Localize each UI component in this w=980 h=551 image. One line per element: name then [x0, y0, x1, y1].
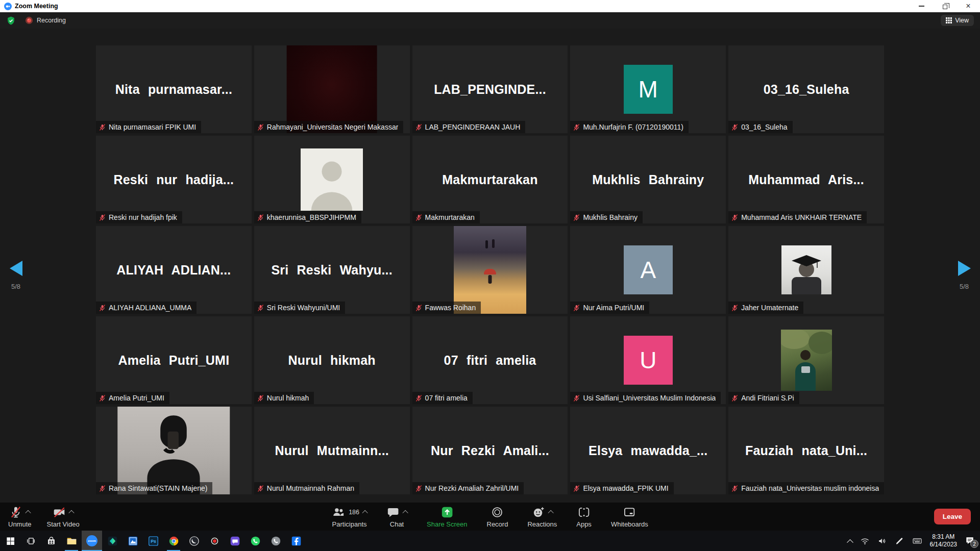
participant-tile[interactable]: Nur Rezki Amali... Nur Rezki Amaliah Zah…	[412, 407, 568, 494]
apps-button[interactable]: Apps	[576, 505, 592, 528]
wifi-icon[interactable]	[860, 536, 870, 546]
touch-keyboard-icon[interactable]	[912, 536, 922, 546]
participant-tile[interactable]: Nurul Mutmainn... Nurul Mutmainnah Rahma…	[254, 407, 410, 494]
participant-name-text: Elsya mawadda_FPIK UMI	[583, 484, 668, 492]
pen-icon[interactable]	[895, 536, 904, 546]
chat-app-icon	[230, 536, 240, 546]
grid-view-icon	[946, 17, 952, 23]
facebook-icon[interactable]	[286, 531, 306, 551]
reactions-options-chevron[interactable]	[548, 510, 553, 516]
windows-logo-icon	[6, 536, 15, 546]
restore-button[interactable]	[933, 0, 957, 12]
close-button[interactable]: ×	[957, 0, 980, 12]
participant-tile[interactable]: Fawwas Roihan	[412, 226, 568, 314]
video-options-chevron[interactable]	[68, 510, 74, 516]
chat-options-chevron[interactable]	[402, 510, 408, 516]
participant-tile[interactable]: 03_16_Suleha 03_16_Suleha	[728, 45, 884, 133]
participant-tile[interactable]: LAB_PENGINDE... LAB_PENGINDERAAN JAUH	[412, 45, 568, 133]
participant-display-name: 03_16_Suleha	[728, 45, 884, 133]
avatar-initial: M	[639, 76, 658, 103]
leave-button[interactable]: Leave	[934, 509, 971, 524]
participant-tile[interactable]: Reski nur hadija... Reski nur hadijah fp…	[96, 136, 252, 223]
phone-app-icon[interactable]	[265, 531, 286, 551]
scanner-app-icon[interactable]	[122, 531, 143, 551]
participant-tile[interactable]: Andi Fitriani S.Pi	[728, 316, 884, 404]
reactions-button[interactable]: Reactions	[527, 505, 557, 528]
participant-tile[interactable]: ALIYAH ADLIAN... ALIYAH ADLIANA_UMMA	[96, 226, 252, 314]
participant-label: ALIYAH ADLIANA_UMMA	[96, 302, 197, 314]
obs-studio-icon[interactable]	[184, 531, 204, 551]
chat-button[interactable]: Chat	[386, 505, 407, 528]
mic-muted-icon	[731, 395, 738, 402]
participant-tile[interactable]: khaerunnisa_BBSPJIHPMM	[254, 136, 410, 223]
zoom-taskbar-icon[interactable]: zoom	[82, 531, 102, 551]
store-bag-icon	[46, 536, 56, 546]
participant-display-name: Mukhlis Bahrainy	[570, 136, 726, 223]
unmute-options-chevron[interactable]	[26, 510, 31, 516]
recording-indicator[interactable]: Recording	[25, 16, 66, 24]
microsoft-store-icon[interactable]	[41, 531, 61, 551]
share-screen-icon	[440, 506, 454, 519]
participant-tile[interactable]: Elsya mawadda_... Elsya mawadda_FPIK UMI	[570, 407, 726, 494]
task-view-button[interactable]	[20, 531, 41, 551]
whatsapp-icon[interactable]	[245, 531, 265, 551]
participant-tile[interactable]: U Usi Salfiani_Universitas Muslim Indone…	[570, 316, 726, 404]
participant-tile[interactable]: Muhammad Aris... Muhammad Aris UNKHAIR T…	[728, 136, 884, 223]
participant-name-text: Amelia Putri_UMI	[109, 394, 164, 402]
facebook-logo-icon	[291, 536, 302, 546]
whiteboards-button[interactable]: Whiteboards	[611, 505, 648, 528]
share-screen-label: Share Screen	[427, 520, 468, 528]
participants-icon	[332, 506, 345, 519]
participant-tile[interactable]: Rana Sintawati(STAIN Majene)	[96, 407, 252, 494]
notification-count-badge: 2	[970, 540, 978, 548]
participant-tile[interactable]: Amelia Putri_UMI Amelia Putri_UMI	[96, 316, 252, 404]
notification-center-button[interactable]: 2	[965, 536, 975, 546]
scanner-icon	[128, 536, 138, 546]
mic-off-icon	[9, 506, 22, 519]
mic-muted-icon	[257, 305, 264, 311]
participant-label: Amelia Putri_UMI	[96, 392, 169, 404]
tray-expand-chevron[interactable]	[847, 539, 853, 545]
avatar-placeholder-image	[301, 148, 363, 211]
participant-tile[interactable]: Sri Reski Wahyu... Sri Reski Wahyuni/UMI	[254, 226, 410, 314]
participant-tile[interactable]: A Nur Aima Putri/UMI	[570, 226, 726, 314]
participant-tile[interactable]: Nita purnamasar... Nita purnamasari FPIK…	[96, 45, 252, 133]
previous-page-arrow[interactable]	[10, 261, 22, 276]
participant-tile[interactable]: Jaher Umaternate	[728, 226, 884, 314]
volume-icon[interactable]	[877, 536, 887, 546]
record-button[interactable]: Record	[487, 505, 508, 528]
encryption-shield-icon[interactable]	[6, 16, 16, 26]
participant-tile[interactable]: M Muh.Nurfajrin F. (07120190011)	[570, 45, 726, 133]
chat-label: Chat	[390, 520, 404, 528]
filmora-icon[interactable]	[102, 531, 122, 551]
participant-tile[interactable]: Makmurtarakan Makmurtarakan	[412, 136, 568, 223]
start-video-button[interactable]: Start Video	[47, 505, 80, 528]
screen-recorder-icon[interactable]	[204, 531, 225, 551]
participants-options-chevron[interactable]	[362, 510, 368, 516]
messenger-app-icon[interactable]	[225, 531, 245, 551]
mic-muted-icon	[731, 214, 738, 221]
mic-muted-icon	[257, 485, 264, 492]
next-page-nav: 5/8	[951, 261, 977, 290]
unmute-button[interactable]: Unmute	[8, 505, 32, 528]
participant-tile[interactable]: 07 fitri amelia 07 fitri amelia	[412, 316, 568, 404]
share-screen-button[interactable]: Share Screen	[427, 505, 468, 528]
participant-name-text: ALIYAH ADLIANA_UMMA	[109, 304, 191, 312]
next-page-arrow[interactable]	[958, 261, 971, 276]
clock-date: 6/14/2023	[930, 541, 957, 548]
participant-tile[interactable]: Nurul hikmah Nurul hikmah	[254, 316, 410, 404]
start-button[interactable]	[0, 531, 20, 551]
participant-label: Mukhlis Bahrainy	[570, 211, 643, 223]
mic-muted-icon	[573, 305, 580, 311]
chrome-icon[interactable]	[163, 531, 184, 551]
participant-tile[interactable]: Fauziah nata_Uni... Fauziah nata_Univers…	[728, 407, 884, 494]
minimize-button[interactable]	[910, 0, 933, 12]
file-explorer-icon[interactable]	[61, 531, 82, 551]
participant-tile[interactable]: Rahmayani_Universitas Negeri Makassar	[254, 45, 410, 133]
view-button[interactable]: View	[941, 15, 974, 26]
photoshop-icon[interactable]: Ps	[143, 531, 163, 551]
obs-icon	[189, 536, 200, 546]
participant-tile[interactable]: Mukhlis Bahrainy Mukhlis Bahrainy	[570, 136, 726, 223]
participants-button[interactable]: 186 Participants	[332, 505, 367, 528]
taskbar-clock[interactable]: 8:31 AM 6/14/2023	[930, 533, 957, 548]
